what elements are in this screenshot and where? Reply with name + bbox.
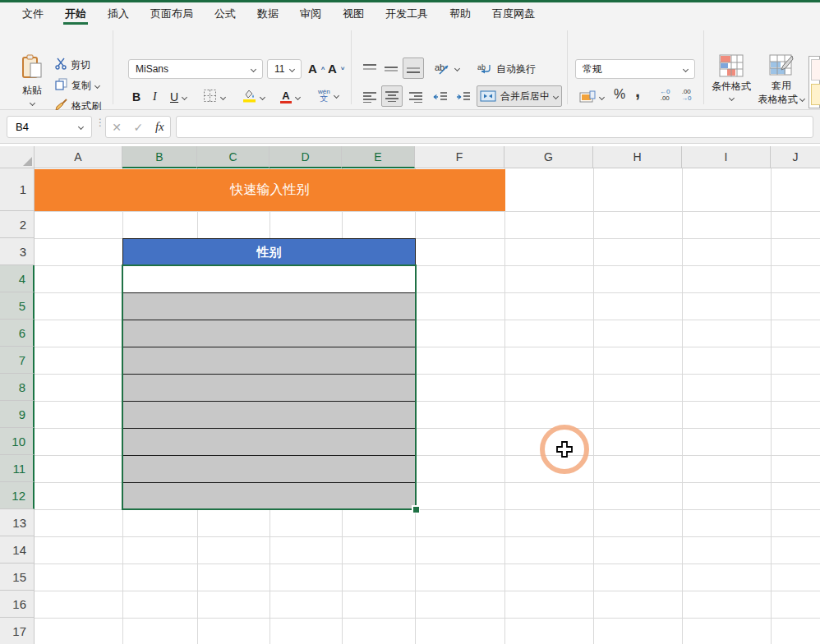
bold-label: B	[132, 90, 141, 104]
tab-baidu-netdisk[interactable]: 百度网盘	[481, 2, 546, 25]
row-header-16[interactable]: 16	[0, 591, 35, 618]
row-header-7[interactable]: 7	[0, 347, 35, 374]
column-header-J[interactable]: J	[771, 146, 820, 168]
tab-data[interactable]: 数据	[246, 2, 289, 25]
cut-button[interactable]: 剪切	[53, 56, 93, 74]
chevron-down-icon	[553, 93, 559, 99]
tab-help[interactable]: 帮助	[439, 2, 481, 25]
column-header-E[interactable]: E	[342, 146, 415, 168]
increase-indent-button[interactable]	[454, 88, 473, 106]
active-cell-B4[interactable]	[122, 265, 416, 292]
tab-page-layout[interactable]: 页面布局	[140, 2, 204, 25]
font-family-combo[interactable]: MiSans	[128, 59, 263, 79]
copy-button[interactable]: 复制	[53, 76, 102, 94]
tab-home[interactable]: 开始	[54, 2, 97, 25]
column-header-A[interactable]: A	[35, 146, 122, 168]
wrap-text-label: 自动换行	[496, 62, 536, 76]
increase-decimal-icon: ←0 .00	[660, 89, 670, 102]
formula-input[interactable]	[176, 116, 813, 138]
accounting-format-button[interactable]	[577, 88, 606, 106]
enter-icon[interactable]: ✓	[134, 121, 144, 134]
underline-button[interactable]: U	[168, 88, 189, 106]
phonetic-guide-button[interactable]: wén 文	[316, 86, 341, 104]
font-color-button[interactable]: A	[278, 88, 302, 106]
top-align-button[interactable]	[360, 60, 380, 78]
insert-function-icon[interactable]: fx	[155, 120, 164, 134]
center-align-button[interactable]	[381, 85, 403, 107]
select-all-corner[interactable]	[0, 146, 35, 168]
increase-decimal-button[interactable]: ←0 .00	[657, 86, 672, 104]
font-size-combo[interactable]: 11	[267, 59, 302, 79]
column-header-H[interactable]: H	[593, 146, 682, 168]
bottom-align-button[interactable]	[403, 58, 424, 79]
fill-color-button[interactable]	[240, 88, 267, 106]
tab-file[interactable]: 文件	[12, 2, 54, 25]
row-header-5[interactable]: 5	[0, 292, 35, 320]
decrease-indent-button[interactable]	[431, 88, 450, 106]
percent-style-button[interactable]: %	[611, 85, 628, 104]
column-header-B[interactable]: B	[122, 146, 197, 168]
chevron-down-icon	[260, 94, 265, 99]
wrap-text-icon: ab	[477, 62, 492, 76]
increase-decimal-bottom: .00	[661, 95, 670, 102]
row-header-3[interactable]: 3	[0, 238, 35, 265]
conditional-formatting-button[interactable]: 条件格式	[708, 54, 754, 100]
table-gray-rows[interactable]	[122, 292, 416, 509]
align-right-button[interactable]	[406, 88, 426, 106]
name-box[interactable]: B4	[7, 116, 92, 138]
row-header-6[interactable]: 6	[0, 320, 35, 347]
merge-center-button[interactable]: 合并后居中	[477, 85, 562, 107]
chevron-down-icon	[799, 96, 805, 102]
borders-button[interactable]	[200, 88, 228, 106]
tab-view[interactable]: 视图	[332, 2, 375, 25]
ribbon-tab-bar: 文件 开始 插入 页面布局 公式 数据 审阅 视图 开发工具 帮助 百度网盘	[0, 2, 820, 25]
title-banner-cell[interactable]: 快速输入性别	[35, 169, 505, 211]
format-as-table-label-2-text: 表格格式	[758, 94, 798, 105]
column-header-C[interactable]: C	[197, 146, 269, 168]
wrap-text-button[interactable]: ab 自动换行	[475, 60, 538, 78]
tab-insert[interactable]: 插入	[97, 2, 140, 25]
row-header-1[interactable]: 1	[0, 168, 35, 211]
row-header-4[interactable]: 4	[0, 265, 35, 292]
row-header-2[interactable]: 2	[0, 211, 35, 238]
fill-handle[interactable]	[412, 505, 420, 513]
format-as-table-label-1: 套用	[772, 79, 791, 93]
italic-button[interactable]: I	[150, 88, 159, 106]
middle-align-button[interactable]	[381, 60, 401, 78]
column-header-F[interactable]: F	[415, 146, 504, 168]
row-header-9[interactable]: 9	[0, 401, 35, 428]
increase-font-size-button[interactable]: A˄	[306, 59, 328, 77]
bold-button[interactable]: B	[130, 88, 143, 106]
decrease-decimal-button[interactable]: .00 →0	[679, 86, 693, 104]
scissors-icon	[55, 58, 67, 72]
table-body[interactable]	[122, 265, 416, 509]
row-header-11[interactable]: 11	[0, 455, 35, 482]
align-left-button[interactable]	[360, 88, 380, 106]
orientation-button[interactable]: ab	[432, 59, 462, 77]
table-header-cell[interactable]: 性别	[122, 238, 416, 266]
cell-styles-gallery-partial[interactable]	[808, 56, 820, 108]
row-header-13[interactable]: 13	[0, 509, 35, 536]
tab-developer[interactable]: 开发工具	[375, 2, 439, 25]
comma-style-button[interactable]: ,	[633, 82, 643, 100]
conditional-formatting-label: 条件格式	[712, 80, 751, 94]
chevron-down-icon	[94, 82, 100, 88]
row-header-10[interactable]: 10	[0, 428, 35, 455]
row-header-14[interactable]: 14	[0, 536, 35, 564]
tab-review[interactable]: 审阅	[289, 2, 332, 25]
number-format-combo[interactable]: 常规	[575, 59, 695, 79]
format-as-table-button[interactable]: 套用 表格格式	[758, 54, 805, 107]
phonetic-bottom: 文	[320, 95, 328, 102]
column-header-I[interactable]: I	[682, 146, 771, 168]
row-header-8[interactable]: 8	[0, 374, 35, 401]
paste-button[interactable]: 粘贴	[13, 54, 51, 112]
row-header-12[interactable]: 12	[0, 482, 35, 509]
row-header-17[interactable]: 17	[0, 618, 35, 644]
column-header-D[interactable]: D	[269, 146, 342, 168]
decrease-font-size-button[interactable]: A˅	[325, 59, 348, 77]
tab-formulas[interactable]: 公式	[204, 2, 246, 25]
column-header-G[interactable]: G	[504, 146, 593, 168]
chevron-down-icon	[683, 66, 689, 71]
row-header-15[interactable]: 15	[0, 564, 35, 591]
cancel-icon[interactable]: ✕	[112, 121, 122, 134]
